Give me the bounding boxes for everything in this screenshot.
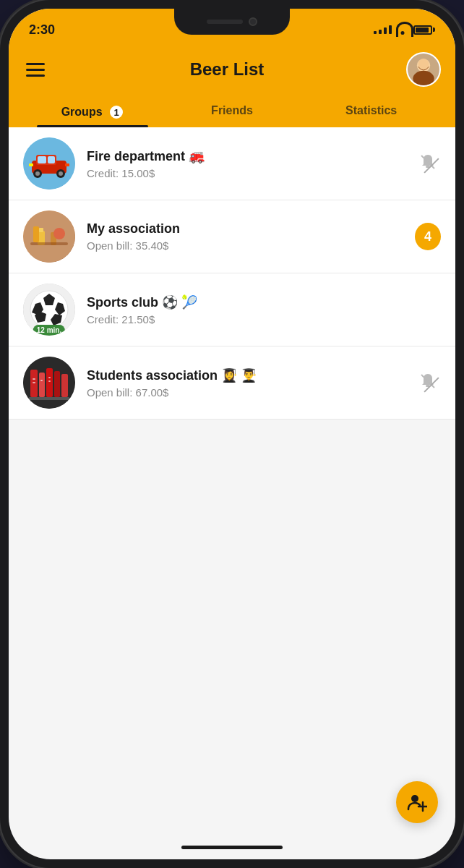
home-indicator[interactable]: [181, 846, 283, 849]
add-person-icon: [407, 792, 427, 812]
status-time: 2:30: [29, 22, 55, 38]
svg-point-17: [23, 210, 75, 263]
user-avatar[interactable]: [406, 52, 441, 87]
content-area: Fire department 🚒 Credit: 15.00$: [9, 127, 455, 420]
svg-rect-23: [30, 242, 68, 245]
group-avatar-sports: 12 min.: [23, 284, 75, 336]
list-item[interactable]: 12 min. Sports club ⚽ 🎾 Credit: 21.50$: [9, 273, 455, 346]
group-info-association: My association Open bill: 35.40$: [87, 221, 415, 252]
avatar-image: [408, 52, 439, 87]
svg-rect-36: [61, 374, 68, 397]
svg-rect-33: [39, 373, 45, 397]
add-group-fab[interactable]: [396, 781, 438, 823]
group-sub: Credit: 21.50$: [87, 313, 415, 326]
group-sub: Open bill: 67.00$: [87, 386, 415, 399]
svg-rect-37: [29, 397, 69, 400]
group-info-fire: Fire department 🚒 Credit: 15.00$: [87, 148, 415, 179]
group-action-students[interactable]: [415, 370, 441, 396]
svg-rect-41: [48, 377, 51, 378]
svg-point-22: [53, 228, 65, 239]
svg-point-3: [418, 59, 429, 69]
group-sub: Open bill: 35.40$: [87, 239, 415, 252]
svg-rect-8: [48, 156, 55, 163]
svg-point-12: [59, 171, 63, 176]
list-item[interactable]: My association Open bill: 35.40$ 4: [9, 200, 455, 273]
list-item[interactable]: Fire department 🚒 Credit: 15.00$: [9, 127, 455, 200]
bell-muted-icon: [418, 372, 437, 393]
group-info-sports: Sports club ⚽ 🎾 Credit: 21.50$: [87, 294, 415, 326]
groups-list: Fire department 🚒 Credit: 15.00$: [9, 127, 455, 420]
tabs-bar: Groups 1 Friends Statistics: [23, 95, 441, 127]
group-action-fire[interactable]: [415, 150, 441, 176]
group-avatar-fire: [23, 137, 75, 190]
svg-rect-42: [48, 380, 51, 382]
svg-point-10: [35, 171, 40, 176]
svg-rect-39: [33, 382, 35, 383]
group-action-association[interactable]: 4: [415, 224, 441, 250]
svg-point-45: [411, 795, 418, 802]
group-avatar-students: [23, 357, 75, 409]
group-action-sports: [415, 297, 441, 323]
phone-frame: 2:30: [0, 0, 464, 868]
group-sub: Credit: 15.00$: [87, 167, 415, 179]
tab-groups[interactable]: Groups 1: [23, 95, 163, 127]
battery-icon: [413, 25, 435, 35]
group-avatar-association: [23, 210, 75, 263]
svg-rect-14: [65, 163, 69, 166]
group-name: Students association 👩‍🎓 👨‍🎓: [87, 367, 415, 383]
notch-camera: [249, 17, 257, 26]
svg-rect-19: [39, 228, 43, 232]
group-name: Fire department 🚒: [87, 148, 415, 164]
tab-statistics[interactable]: Statistics: [301, 95, 441, 127]
svg-rect-43: [426, 385, 430, 387]
groups-badge: 1: [108, 104, 124, 120]
group-name: Sports club ⚽ 🎾: [87, 294, 415, 310]
header: Beer List Groups 1: [9, 45, 455, 127]
list-item[interactable]: Students association 👩‍🎓 👨‍🎓 Open bill: …: [9, 346, 455, 420]
menu-button[interactable]: [23, 60, 48, 80]
status-icons: [374, 25, 435, 35]
svg-rect-40: [40, 380, 43, 381]
signal-icon: [374, 25, 392, 34]
svg-rect-21: [33, 226, 39, 242]
svg-rect-7: [38, 156, 46, 163]
svg-rect-34: [46, 368, 53, 397]
time-badge: 12 min.: [33, 325, 65, 336]
notch: [174, 9, 290, 35]
group-info-students: Students association 👩‍🎓 👨‍🎓 Open bill: …: [87, 367, 415, 399]
notch-speaker: [207, 20, 243, 24]
svg-rect-15: [426, 166, 430, 168]
wifi-icon: [396, 25, 409, 35]
screen: 2:30: [9, 9, 455, 859]
tab-friends[interactable]: Friends: [163, 95, 302, 127]
app-title: Beer List: [48, 59, 406, 80]
notification-badge: 4: [415, 223, 441, 250]
svg-point-2: [413, 71, 434, 87]
svg-rect-38: [33, 378, 35, 380]
group-name: My association: [87, 221, 415, 237]
svg-rect-35: [54, 371, 60, 397]
bell-muted-icon: [418, 153, 437, 174]
svg-rect-13: [29, 163, 33, 166]
